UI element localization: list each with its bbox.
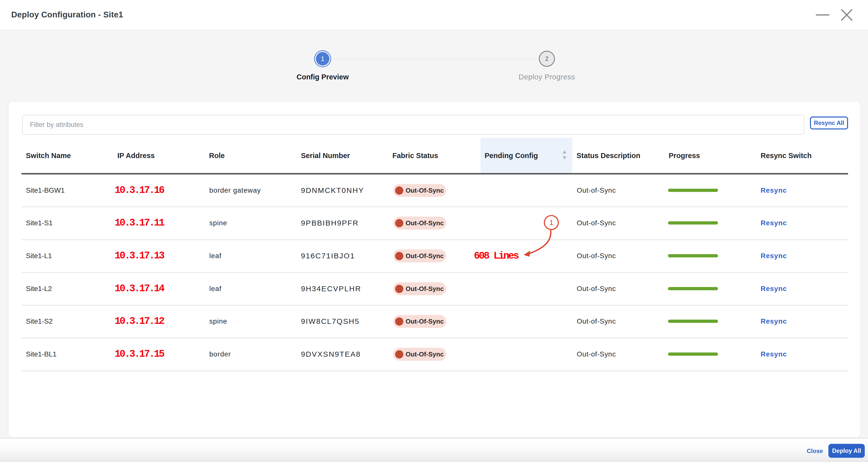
svg-text:1: 1 [549, 218, 554, 227]
